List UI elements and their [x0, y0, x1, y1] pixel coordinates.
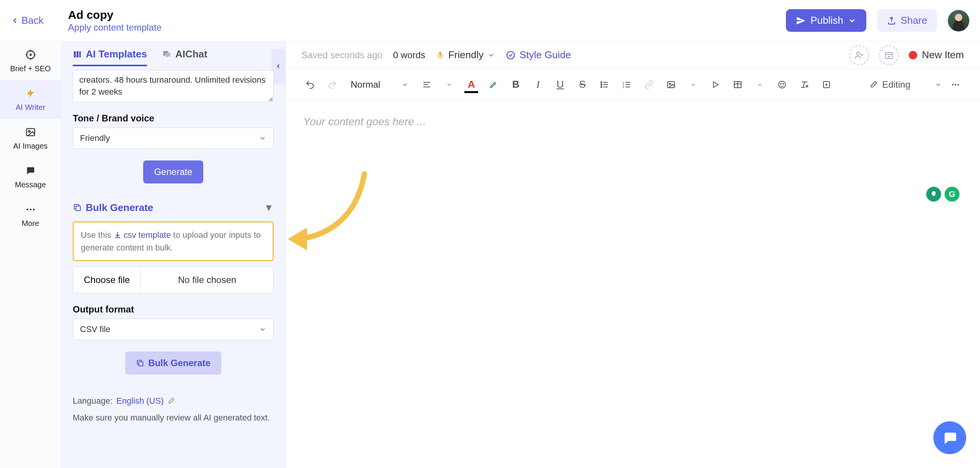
svg-point-31 [601, 82, 602, 83]
more-options-button[interactable] [947, 76, 964, 93]
svg-point-50 [781, 83, 781, 84]
caret-down-icon: ▼ [264, 202, 274, 214]
nav-ai-writer[interactable]: AI Writer [0, 80, 61, 119]
svg-rect-12 [74, 51, 76, 57]
svg-point-59 [955, 84, 956, 85]
video-button[interactable] [707, 76, 724, 93]
undo-icon [305, 80, 315, 90]
svg-point-58 [952, 84, 954, 85]
image-button[interactable] [663, 76, 679, 93]
add-date-button[interactable] [879, 45, 899, 65]
italic-button[interactable]: I [529, 76, 546, 93]
tone-name: Friendly [448, 49, 483, 61]
clear-format-button[interactable] [796, 76, 813, 93]
style-guide-button[interactable]: Style Guide [506, 49, 571, 61]
nav-more[interactable]: More [0, 196, 61, 235]
chevron-down-icon [487, 51, 495, 59]
svg-point-2 [30, 54, 31, 56]
undo-button[interactable] [302, 76, 318, 93]
svg-point-44 [669, 83, 671, 85]
link-button[interactable] [640, 76, 657, 93]
emoji-button[interactable] [774, 76, 791, 93]
editor-statusbar: Saved seconds ago 0 words Friendly Style… [286, 41, 980, 69]
play-icon [711, 80, 720, 89]
nav-message[interactable]: Message [0, 157, 61, 196]
panel-tabs: AI Templates AIChat [61, 41, 285, 66]
svg-point-60 [957, 84, 959, 85]
nav-label: More [22, 219, 39, 228]
back-button[interactable]: Back [11, 15, 44, 26]
svg-point-9 [26, 209, 28, 211]
chat-launcher-icon [942, 430, 957, 445]
strikethrough-button[interactable]: S [574, 76, 591, 93]
chat-launcher-button[interactable] [933, 421, 966, 454]
chat-bubble-icon [162, 49, 172, 59]
highlighter-icon [488, 80, 498, 90]
bold-icon: B [512, 79, 519, 90]
copy-icon [136, 359, 144, 367]
generate-button[interactable]: Generate [143, 160, 203, 183]
description-textarea[interactable]: creators. 48 hours turnaround. Unlimited… [73, 70, 274, 102]
tab-ai-chat[interactable]: AIChat [162, 48, 207, 66]
align-button[interactable] [418, 76, 435, 93]
chevron-down-icon [259, 134, 266, 142]
table-dropdown[interactable] [751, 76, 768, 93]
svg-point-51 [783, 83, 784, 84]
chevron-down-icon [259, 326, 266, 333]
text-color-button[interactable]: A [463, 76, 480, 93]
redo-button[interactable] [324, 76, 341, 93]
numbered-list-button[interactable]: 123 [618, 76, 635, 93]
item-status-selector[interactable]: New Item [909, 49, 964, 61]
edit-icon[interactable] [167, 397, 175, 405]
grammarly-badge[interactable]: G [944, 186, 960, 202]
insert-block-button[interactable] [818, 76, 835, 93]
svg-rect-14 [79, 51, 81, 57]
tab-ai-templates[interactable]: AI Templates [73, 48, 147, 66]
add-user-button[interactable] [849, 45, 869, 65]
text-color-icon: A [468, 79, 475, 90]
nav-brief-seo[interactable]: Brief + SEO [0, 41, 61, 80]
csv-template-link[interactable]: csv template [124, 230, 171, 240]
highlight-button[interactable] [485, 76, 502, 93]
tab-label: AI Templates [86, 48, 147, 60]
paragraph-style-select[interactable]: Normal [346, 79, 413, 90]
table-button[interactable] [729, 76, 746, 93]
image-dropdown[interactable] [685, 76, 702, 93]
output-format-select[interactable]: CSV file [73, 319, 274, 340]
align-dropdown[interactable] [441, 76, 457, 93]
publish-label: Publish [810, 15, 843, 26]
nav-label: Brief + SEO [10, 64, 51, 73]
editor-content[interactable]: Your content goes here ... [286, 100, 980, 143]
hint-badge[interactable] [926, 186, 942, 202]
bullet-list-button[interactable] [596, 76, 613, 93]
file-input-row: Choose file No file chosen [73, 267, 274, 293]
chat-icon [24, 164, 37, 177]
publish-button[interactable]: Publish [786, 9, 866, 32]
share-button[interactable]: Share [877, 9, 937, 32]
editing-mode-label: Editing [882, 79, 910, 90]
bulk-generate-button[interactable]: Bulk Generate [125, 352, 221, 375]
user-avatar[interactable] [948, 10, 969, 31]
link-icon [644, 80, 653, 89]
item-status-label: New Item [922, 49, 964, 61]
editor-column: Saved seconds ago 0 words Friendly Style… [286, 41, 980, 468]
svg-point-20 [507, 51, 515, 59]
apply-content-template-link[interactable]: Apply content template [68, 22, 162, 33]
saved-indicator: Saved seconds ago [302, 50, 382, 61]
status-dot-icon [909, 51, 917, 59]
editing-mode-select[interactable]: Editing [869, 79, 942, 90]
header-bar: Back Ad copy Apply content template Publ… [0, 0, 980, 41]
side-nav: Brief + SEO AI Writer AI Images Message … [0, 41, 61, 468]
choose-file-button[interactable]: Choose file [73, 267, 141, 293]
ai-panel: AI Templates AIChat creators. 48 hours t… [61, 41, 286, 468]
bold-button[interactable]: B [507, 76, 524, 93]
ai-disclaimer: Make sure you manually review all AI gen… [73, 411, 274, 424]
bulk-header-label: Bulk Generate [86, 202, 153, 214]
underline-button[interactable]: U [552, 76, 568, 93]
language-value[interactable]: English (US) [116, 396, 163, 406]
chevron-down-icon [757, 82, 763, 87]
tone-select[interactable]: Friendly [73, 128, 274, 149]
bulk-generate-header[interactable]: Bulk Generate ▼ [73, 202, 274, 214]
nav-ai-images[interactable]: AI Images [0, 119, 61, 157]
tone-selector[interactable]: Friendly [436, 49, 495, 61]
